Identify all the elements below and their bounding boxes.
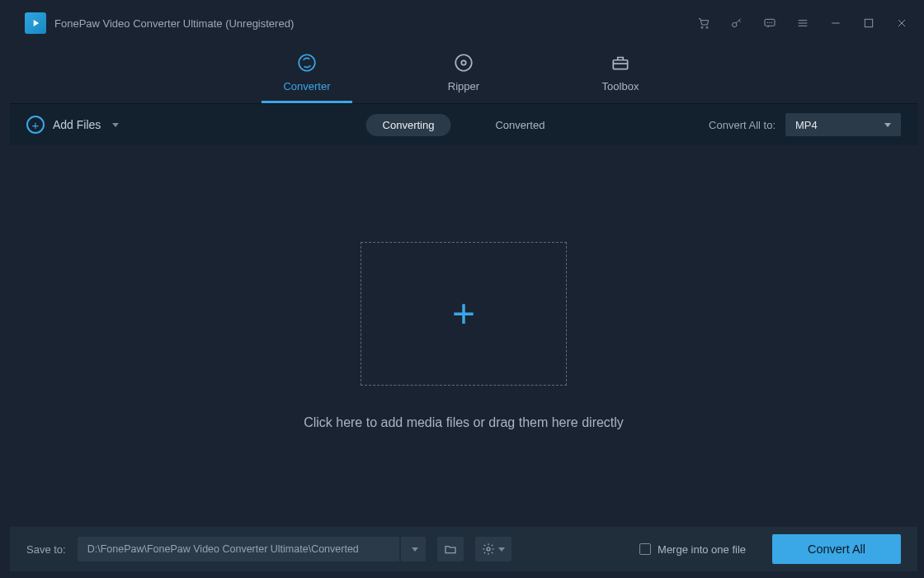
chevron-down-icon bbox=[412, 547, 418, 552]
svg-point-6 bbox=[771, 22, 772, 23]
tab-ripper[interactable]: Ripper bbox=[418, 52, 509, 103]
filter-row: + Add Files Converting Converted Convert… bbox=[10, 104, 917, 145]
add-files-label: Add Files bbox=[53, 118, 101, 131]
toolbox-icon bbox=[610, 52, 631, 73]
feedback-icon[interactable] bbox=[762, 16, 777, 31]
app-window: FonePaw Video Converter Ultimate (Unregi… bbox=[10, 5, 917, 571]
format-selected-value: MP4 bbox=[795, 119, 818, 131]
close-icon[interactable] bbox=[894, 16, 909, 31]
merge-label: Merge into one file bbox=[658, 543, 746, 556]
pill-converting[interactable]: Converting bbox=[366, 114, 451, 136]
pill-converted[interactable]: Converted bbox=[478, 114, 561, 136]
format-select[interactable]: MP4 bbox=[785, 113, 901, 136]
merge-checkbox[interactable]: Merge into one file bbox=[639, 543, 746, 556]
app-logo-icon bbox=[25, 12, 46, 34]
svg-point-12 bbox=[487, 547, 490, 551]
content-area: + Click here to add media files or drag … bbox=[10, 145, 917, 527]
dropzone[interactable]: + bbox=[361, 242, 567, 386]
titlebar-actions bbox=[696, 16, 909, 31]
maximize-icon[interactable] bbox=[861, 16, 876, 31]
main-tabs: Converter Ripper Toolbox bbox=[10, 41, 917, 104]
svg-point-5 bbox=[770, 22, 771, 23]
save-path-dropdown[interactable] bbox=[401, 537, 426, 561]
tab-converter[interactable]: Converter bbox=[262, 52, 352, 103]
plus-circle-icon: + bbox=[26, 116, 45, 134]
open-folder-button[interactable] bbox=[437, 537, 464, 561]
drop-hint: Click here to add media files or drag th… bbox=[304, 415, 624, 430]
tab-toolbox-label: Toolbox bbox=[602, 80, 639, 92]
tab-converter-label: Converter bbox=[283, 80, 330, 92]
convert-to-label: Convert All to: bbox=[709, 119, 776, 131]
save-to-label: Save to: bbox=[26, 543, 66, 556]
svg-rect-11 bbox=[613, 60, 627, 69]
menu-icon[interactable] bbox=[795, 16, 810, 31]
tab-ripper-label: Ripper bbox=[448, 80, 479, 92]
settings-button[interactable] bbox=[475, 537, 512, 561]
chevron-down-icon bbox=[112, 123, 119, 127]
svg-point-9 bbox=[455, 54, 472, 71]
convert-all-button[interactable]: Convert All bbox=[772, 534, 901, 564]
svg-point-2 bbox=[733, 22, 737, 26]
svg-point-1 bbox=[706, 26, 708, 28]
titlebar: FonePaw Video Converter Ultimate (Unregi… bbox=[10, 5, 917, 41]
plus-icon: + bbox=[452, 294, 475, 334]
converter-icon bbox=[296, 52, 318, 73]
cart-icon[interactable] bbox=[696, 16, 711, 31]
save-path-field[interactable]: D:\FonePaw\FonePaw Video Converter Ultim… bbox=[78, 537, 399, 561]
svg-point-10 bbox=[461, 60, 465, 64]
ripper-icon bbox=[453, 52, 474, 73]
chevron-down-icon bbox=[498, 547, 505, 552]
save-path-wrap: D:\FonePaw\FonePaw Video Converter Ultim… bbox=[78, 537, 426, 561]
add-files-button[interactable]: + Add Files bbox=[26, 116, 119, 134]
minimize-icon[interactable] bbox=[828, 16, 843, 31]
chevron-down-icon bbox=[884, 123, 891, 127]
tab-toolbox[interactable]: Toolbox bbox=[575, 52, 666, 103]
svg-rect-7 bbox=[865, 19, 872, 26]
app-title: FonePaw Video Converter Ultimate (Unregi… bbox=[54, 17, 696, 30]
status-pills: Converting Converted bbox=[366, 114, 562, 136]
svg-point-0 bbox=[701, 26, 703, 28]
svg-point-8 bbox=[299, 54, 315, 71]
svg-point-4 bbox=[767, 22, 768, 23]
convert-to-wrap: Convert All to: MP4 bbox=[709, 113, 901, 136]
footer: Save to: D:\FonePaw\FonePaw Video Conver… bbox=[10, 527, 917, 571]
checkbox-icon bbox=[639, 543, 651, 555]
key-icon[interactable] bbox=[729, 16, 744, 31]
